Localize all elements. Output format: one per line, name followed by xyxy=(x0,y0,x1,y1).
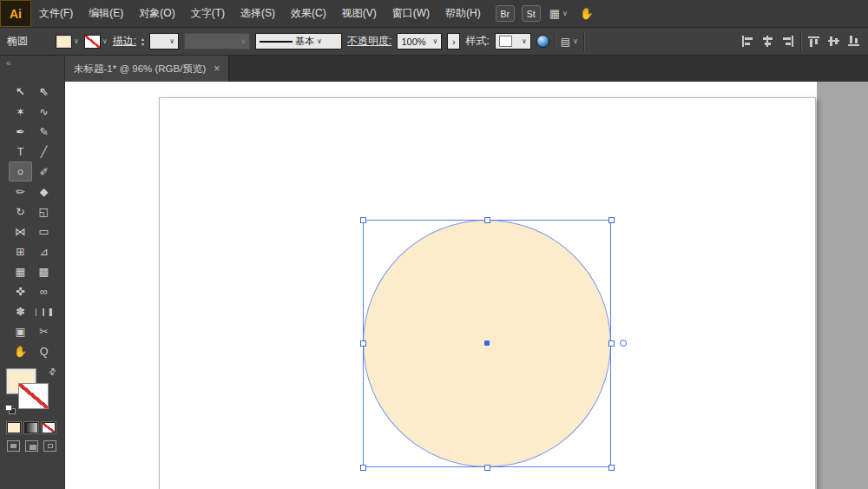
recolor-artwork-icon[interactable] xyxy=(536,35,549,48)
lasso-tool[interactable]: ∿ xyxy=(32,102,56,122)
none-button[interactable] xyxy=(42,422,56,433)
draw-normal-button[interactable] xyxy=(7,440,20,452)
align-center-horizontal-icon[interactable] xyxy=(760,36,774,48)
chevron-down-icon: ∨ xyxy=(573,38,578,45)
handle-middle-right[interactable] xyxy=(608,340,615,347)
chevron-right-icon: › xyxy=(452,36,456,47)
color-button[interactable] xyxy=(7,422,21,433)
divider xyxy=(555,32,556,51)
menu-object[interactable]: 对象(O) xyxy=(131,0,182,27)
hand-tool[interactable]: ✋ xyxy=(9,341,32,361)
perspective-grid-tool[interactable]: ⊿ xyxy=(32,241,56,261)
drawing-mode-buttons xyxy=(0,433,64,452)
slice-tool[interactable]: ✂ xyxy=(32,321,56,341)
document-tab-bar: 未标题-1* @ 96% (RGB/预览) × xyxy=(65,56,868,82)
menu-select[interactable]: 选择(S) xyxy=(233,0,283,27)
align-bottom-icon[interactable] xyxy=(847,36,861,48)
direct-selection-tool[interactable]: ⇖ xyxy=(32,82,56,102)
stroke-label[interactable]: 描边: xyxy=(113,34,136,49)
draw-behind-button[interactable] xyxy=(25,440,38,452)
control-bar: 椭圆 ∨ ∨ 描边: ▴ ▾ ∨ ∨ 基本 ∨ 不透明度: 100% ∨ xyxy=(0,28,868,56)
chevron-down-icon: ∨ xyxy=(433,38,438,45)
artboard-tool[interactable]: ▣ xyxy=(9,321,32,341)
draw-inside-button[interactable] xyxy=(43,440,56,452)
free-transform-tool[interactable]: ▭ xyxy=(32,221,56,241)
menu-window[interactable]: 窗口(W) xyxy=(385,0,437,27)
center-point[interactable] xyxy=(484,340,490,346)
divider xyxy=(800,32,801,51)
chevron-down-icon: ∨ xyxy=(522,38,527,45)
touch-workspace-icon[interactable]: ✋ xyxy=(580,7,594,20)
pencil-tool[interactable]: ✏ xyxy=(9,182,32,202)
menu-help[interactable]: 帮助(H) xyxy=(437,0,489,27)
fill-color-swatch xyxy=(56,35,72,49)
stock-button[interactable]: St xyxy=(522,5,541,22)
selection-tool[interactable]: ↖ xyxy=(9,82,32,102)
document-tab-title: 未标题-1* @ 96% (RGB/预览) xyxy=(74,63,206,76)
paintbrush-tool[interactable]: ✐ xyxy=(32,162,56,182)
magic-wand-tool[interactable]: ✶ xyxy=(9,102,32,122)
stepper-down-icon[interactable]: ▾ xyxy=(141,42,144,47)
app-logo: Ai xyxy=(0,0,31,27)
ellipse-tool[interactable]: ○ xyxy=(9,162,32,182)
toolbar-collapse-button[interactable]: « xyxy=(0,56,65,82)
document-tab[interactable]: 未标题-1* @ 96% (RGB/预览) × xyxy=(65,56,229,82)
handle-middle-left[interactable] xyxy=(360,340,366,347)
menu-file[interactable]: 文件(F) xyxy=(31,0,81,27)
handle-bottom-center[interactable] xyxy=(484,465,490,471)
swap-fill-stroke-icon[interactable]: ⇄ xyxy=(46,366,58,378)
workspace-switcher[interactable]: ▦ ∨ xyxy=(549,7,568,20)
transform-menu-button[interactable]: ▤ ∨ xyxy=(561,36,578,48)
align-top-icon[interactable] xyxy=(807,36,821,48)
default-fill-stroke-icon[interactable] xyxy=(5,405,17,415)
color-mode-buttons xyxy=(0,417,64,433)
menu-effect[interactable]: 效果(C) xyxy=(283,0,334,27)
stroke-width-stepper[interactable]: ▴ ▾ xyxy=(141,36,144,47)
symbol-sprayer-tool[interactable]: ✽ xyxy=(9,301,32,321)
stroke-swatch-indicator[interactable] xyxy=(18,383,49,409)
transform-widget[interactable] xyxy=(620,340,627,347)
handle-top-center[interactable] xyxy=(484,217,490,223)
handle-top-right[interactable] xyxy=(608,217,615,223)
close-icon[interactable]: × xyxy=(214,63,220,75)
eyedropper-tool[interactable]: ✜ xyxy=(9,281,32,301)
fill-color-picker[interactable]: ∨ xyxy=(56,35,79,49)
pasteboard xyxy=(817,82,868,489)
mesh-tool[interactable]: ▦ xyxy=(9,261,32,281)
stroke-style-select[interactable]: 基本 ∨ xyxy=(255,33,342,50)
type-tool[interactable]: T xyxy=(9,142,32,162)
opacity-label[interactable]: 不透明度: xyxy=(347,34,391,49)
fill-stroke-widget: ⇄ xyxy=(0,367,64,417)
graphic-style-select[interactable]: ∨ xyxy=(495,33,531,50)
align-left-icon[interactable] xyxy=(740,36,754,48)
pen-tool[interactable]: ✒ xyxy=(9,122,32,142)
zoom-tool[interactable]: Q xyxy=(32,341,56,361)
gradient-tool[interactable]: ▩ xyxy=(32,261,56,281)
line-segment-tool[interactable]: ╱ xyxy=(32,142,56,162)
stroke-color-picker[interactable]: ∨ xyxy=(84,35,108,49)
scale-tool[interactable]: ◱ xyxy=(32,202,56,221)
eraser-tool[interactable]: ◆ xyxy=(32,182,56,202)
opacity-options-button[interactable]: › xyxy=(447,33,460,50)
bridge-button[interactable]: Br xyxy=(496,5,515,22)
canvas[interactable] xyxy=(65,82,868,489)
stroke-width-select[interactable]: ∨ xyxy=(149,33,179,50)
blend-tool[interactable]: ∞ xyxy=(32,281,56,301)
shape-builder-tool[interactable]: ⊞ xyxy=(9,241,32,261)
curvature-tool[interactable]: ✎ xyxy=(32,122,56,142)
width-tool[interactable]: ⋈ xyxy=(9,221,32,241)
chevron-down-icon: ∨ xyxy=(240,38,246,45)
rotate-tool[interactable]: ↻ xyxy=(9,202,32,221)
gradient-button[interactable] xyxy=(24,422,38,433)
opacity-select[interactable]: 100% ∨ xyxy=(397,33,442,50)
column-graph-tool[interactable]: ❘❙❚ xyxy=(32,301,56,321)
align-center-vertical-icon[interactable] xyxy=(827,36,841,48)
menu-view[interactable]: 视图(V) xyxy=(334,0,385,27)
handle-bottom-left[interactable] xyxy=(360,465,366,471)
menu-edit[interactable]: 编辑(E) xyxy=(81,0,131,27)
align-right-icon[interactable] xyxy=(780,36,794,48)
handle-top-left[interactable] xyxy=(360,217,366,223)
graphic-style-swatch xyxy=(499,36,512,47)
handle-bottom-right[interactable] xyxy=(608,465,615,471)
menu-type[interactable]: 文字(T) xyxy=(183,0,233,27)
